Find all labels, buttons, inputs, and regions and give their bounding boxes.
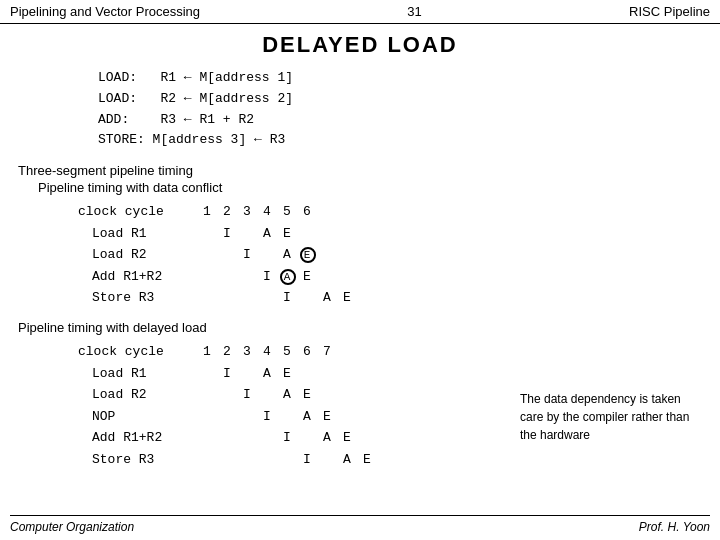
header-right: RISC Pipeline (629, 4, 710, 19)
instruction-1: LOAD: R1 ← M[address 1] (98, 68, 702, 89)
header-center: 31 (407, 4, 421, 19)
conflict-row-load-r2: Load R2 I A E (78, 244, 702, 265)
footer-right: Prof. H. Yoon (639, 520, 710, 534)
conflict-row-store: Store R3 I AE (78, 287, 702, 308)
note-box: The data dependency is taken care by the… (520, 390, 700, 444)
header-left: Pipelining and Vector Processing (10, 4, 200, 19)
instructions-block: LOAD: R1 ← M[address 1] LOAD: R2 ← M[add… (98, 68, 702, 151)
delayed-header-row: clock cycle 1234567 (78, 341, 702, 362)
conflict-pipeline-table: clock cycle 123456 Load R1 I AE Load R2 … (78, 201, 702, 308)
section1-sub-heading: Pipeline timing with data conflict (38, 180, 702, 195)
conflict-header-row: clock cycle 123456 (78, 201, 702, 222)
delayed-row-store: Store R3 I AE (78, 449, 702, 470)
conflict-row-add: Add R1+R2 I A E (78, 266, 702, 287)
instruction-2: LOAD: R2 ← M[address 2] (98, 89, 702, 110)
delayed-row-load-r1: Load R1 I AE (78, 363, 702, 384)
section2-heading: Pipeline timing with delayed load (18, 320, 702, 335)
instruction-4: STORE: M[address 3] ← R3 (98, 130, 702, 151)
page-title: DELAYED LOAD (0, 24, 720, 68)
section1-heading: Three-segment pipeline timing (18, 163, 702, 178)
conflict-row-load-r1: Load R1 I AE (78, 223, 702, 244)
instruction-3: ADD: R3 ← R1 + R2 (98, 110, 702, 131)
footer-left: Computer Organization (10, 520, 134, 534)
